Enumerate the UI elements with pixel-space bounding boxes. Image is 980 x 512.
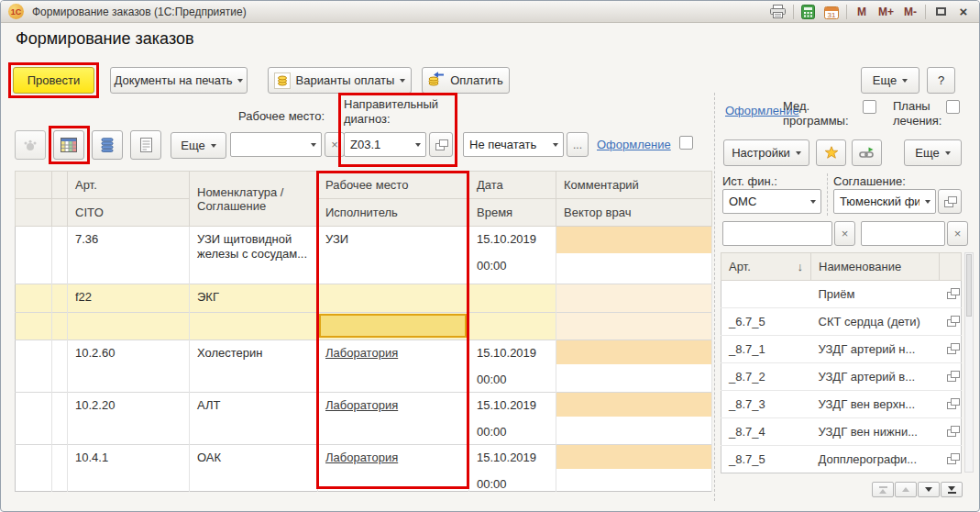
payment-options-button[interactable]: Варианты оплаты bbox=[268, 67, 412, 94]
memory-recall-button[interactable]: M bbox=[853, 4, 870, 20]
name-search-clear-button[interactable]: × bbox=[947, 221, 968, 246]
order-row[interactable]: 10.2.60 Холестерин Лаборатория 15.10.201… bbox=[16, 340, 712, 393]
print-icon[interactable] bbox=[769, 4, 787, 20]
service-row[interactable]: Приём bbox=[721, 281, 962, 308]
workplace-clear-button[interactable]: × bbox=[325, 132, 345, 157]
service-row[interactable]: _8.7_4 УЗДГ вен нижни... bbox=[721, 418, 962, 446]
service-row[interactable]: _8.7_5 Допплерографи... bbox=[721, 446, 962, 473]
panel-splitter[interactable] bbox=[714, 93, 715, 501]
name-search-input[interactable] bbox=[861, 221, 945, 246]
pay-button[interactable]: Оплатить bbox=[422, 67, 510, 94]
help-button[interactable]: ? bbox=[927, 67, 955, 94]
med-programs-label: Мед. программы: bbox=[783, 99, 858, 128]
cell-art: _8.7_2 bbox=[721, 363, 811, 391]
col-name[interactable]: Наименование bbox=[811, 253, 940, 281]
settings-button[interactable]: Настройки bbox=[723, 139, 809, 166]
service-row[interactable]: _8.7_1 УЗДГ артерий н... bbox=[721, 336, 962, 363]
col-executor[interactable]: Исполнитель bbox=[318, 199, 469, 227]
favorites-star-button[interactable] bbox=[816, 139, 846, 166]
fin-source-combobox[interactable]: ОМС bbox=[722, 189, 821, 214]
right-more-button[interactable]: Еще bbox=[904, 139, 962, 166]
post-button[interactable]: Провести bbox=[13, 67, 94, 94]
chevron-down-icon[interactable] bbox=[805, 190, 820, 213]
sort-descending-icon: ↓ bbox=[798, 260, 804, 273]
open-icon[interactable] bbox=[947, 371, 958, 381]
col-cito[interactable]: CITO bbox=[68, 199, 190, 227]
cell-nomenclature: АЛТ bbox=[190, 393, 317, 413]
col-nomenclature[interactable]: Номенклатура / Соглашение bbox=[190, 172, 318, 227]
close-button[interactable]: × bbox=[955, 4, 972, 20]
col-art[interactable]: Арт. bbox=[68, 172, 190, 199]
chevron-down-icon[interactable] bbox=[305, 133, 321, 156]
print-documents-button[interactable]: Документы на печать bbox=[110, 67, 248, 94]
filter-more-button[interactable]: Еще bbox=[171, 132, 226, 159]
open-icon[interactable] bbox=[947, 453, 958, 463]
cell-time: 00:00 bbox=[469, 412, 556, 439]
memory-plus-button[interactable]: M+ bbox=[876, 4, 896, 20]
chevron-down-icon[interactable] bbox=[919, 190, 935, 213]
design-link[interactable]: Оформление bbox=[597, 138, 671, 151]
go-up-button[interactable] bbox=[895, 482, 917, 497]
col-vector[interactable]: Вектор врач bbox=[556, 199, 712, 227]
services-scrollbar[interactable] bbox=[964, 252, 974, 473]
memory-minus-button[interactable]: M- bbox=[902, 4, 919, 20]
agreement-open-button[interactable] bbox=[938, 189, 962, 214]
chevron-down-icon[interactable] bbox=[410, 133, 425, 156]
service-row[interactable]: _6.7_5 СКТ сердца (дети) bbox=[721, 308, 962, 336]
print-mode-combobox[interactable]: Не печатать bbox=[463, 132, 564, 157]
document-view-button[interactable] bbox=[130, 130, 161, 160]
art-search-input[interactable] bbox=[722, 221, 832, 246]
calculator-icon[interactable] bbox=[800, 4, 817, 20]
chevron-down-icon[interactable] bbox=[547, 133, 563, 156]
scrollbar-thumb[interactable] bbox=[966, 254, 972, 317]
list-view-button[interactable] bbox=[92, 130, 123, 160]
col-comment[interactable]: Комментарий bbox=[556, 172, 712, 199]
col-art[interactable]: ↓ Арт. bbox=[721, 253, 811, 281]
order-row[interactable]: 10.4.1 ОАК Лаборатория 15.10.2019 00:00 bbox=[16, 445, 712, 492]
orders-table: Арт. Номенклатура / Соглашение Рабочее м… bbox=[15, 171, 712, 492]
maximize-button[interactable] bbox=[932, 4, 949, 20]
cell-date: 15.10.2019 bbox=[469, 445, 556, 464]
col-date[interactable]: Дата bbox=[469, 172, 556, 199]
open-icon[interactable] bbox=[947, 343, 958, 353]
workplace-link[interactable]: Лаборатория bbox=[325, 346, 398, 360]
col-workplace[interactable]: Рабочее место bbox=[318, 172, 469, 199]
diagnosis-open-button[interactable] bbox=[429, 132, 453, 157]
go-bottom-button[interactable] bbox=[941, 482, 963, 497]
col-time[interactable]: Время bbox=[469, 199, 556, 227]
order-row[interactable]: 7.36 УЗИ щитовидной железы с сосудам... … bbox=[16, 227, 712, 284]
calendar-icon[interactable]: 31 bbox=[823, 4, 840, 20]
agreement-combobox[interactable]: Тюменский фил bbox=[833, 189, 936, 214]
go-top-button[interactable] bbox=[872, 482, 894, 497]
assign-link-button[interactable] bbox=[852, 139, 882, 166]
alarm-icon[interactable] bbox=[15, 130, 46, 160]
service-row[interactable]: _8.7_3 УЗДГ вен верхн... bbox=[721, 391, 962, 418]
diagnosis-combobox[interactable]: Z03.1 bbox=[344, 132, 426, 157]
open-icon[interactable] bbox=[947, 316, 958, 326]
order-row[interactable] bbox=[16, 313, 712, 340]
open-icon bbox=[435, 139, 446, 150]
cell-art: f22 bbox=[68, 284, 189, 305]
selected-cell[interactable] bbox=[319, 314, 467, 338]
toolbar-more-button[interactable]: Еще bbox=[861, 67, 919, 94]
cell-art: 7.36 bbox=[68, 227, 189, 247]
workplace-link[interactable]: Лаборатория bbox=[325, 398, 398, 412]
service-row[interactable]: _8.7_2 УЗДГ артерий в... bbox=[721, 363, 962, 391]
design-checkbox[interactable] bbox=[679, 136, 693, 150]
open-icon[interactable] bbox=[947, 288, 958, 298]
workplace-link[interactable]: Лаборатория bbox=[325, 451, 398, 464]
schedule-grid-view-button[interactable] bbox=[53, 130, 84, 160]
svg-text:31: 31 bbox=[828, 10, 836, 18]
open-icon[interactable] bbox=[947, 426, 958, 436]
go-down-button[interactable] bbox=[918, 482, 940, 497]
treatment-plans-label: Планы лечения: bbox=[893, 99, 944, 128]
med-programs-checkbox[interactable] bbox=[863, 100, 876, 114]
art-search-clear-button[interactable]: × bbox=[834, 221, 855, 246]
order-row[interactable]: f22 ЭКГ bbox=[16, 284, 712, 313]
order-row[interactable]: 10.2.20 АЛТ Лаборатория 15.10.2019 00:00 bbox=[16, 393, 712, 445]
treatment-plans-checkbox[interactable] bbox=[946, 100, 960, 114]
cell-time: 00:00 bbox=[469, 360, 556, 386]
print-mode-ellipsis-button[interactable]: ... bbox=[567, 132, 589, 157]
workplace-combobox[interactable] bbox=[230, 132, 322, 157]
open-icon[interactable] bbox=[947, 398, 958, 408]
